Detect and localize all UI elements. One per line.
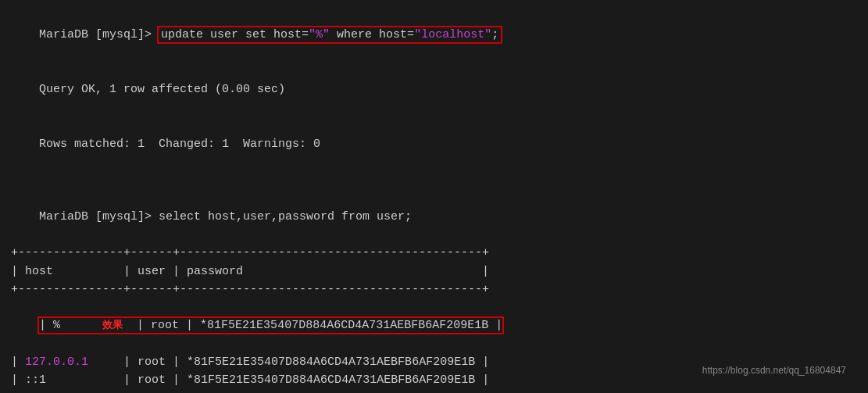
- cmd1-text: update user set host="%" where host="loc…: [161, 28, 498, 41]
- terminal: MariaDB [mysql]> update user set host="%…: [11, 8, 857, 385]
- row1-host: %: [53, 319, 60, 332]
- prompt-1: MariaDB [mysql]>: [39, 28, 159, 41]
- blank-line-1: [11, 171, 857, 189]
- cmd1-line: MariaDB [mysql]> update user set host="%…: [11, 8, 857, 63]
- table-row-1: | % 效果 | root | *81F5E21E35407D884A6CD4A…: [11, 298, 857, 353]
- cmd2-line: MariaDB [mysql]> select host,user,passwo…: [11, 190, 857, 245]
- row1-password: *81F5E21E35407D884A6CD4A731AEBFB6AF209E1…: [200, 319, 488, 332]
- row2-password: *81F5E21E35407D884A6CD4A731AEBFB6AF209E1…: [187, 355, 475, 369]
- row1-effect-label: 效果: [102, 319, 123, 330]
- result1-text: Query OK, 1 row affected (0.00 sec): [39, 83, 285, 96]
- query-ok-line: Query OK, 1 row affected (0.00 sec): [11, 63, 857, 117]
- row3-password: *81F5E21E35407D884A6CD4A731AEBFB6AF209E1…: [187, 373, 475, 387]
- cmd1-box: update user set host="%" where host="loc…: [159, 27, 501, 42]
- cmd2-text: select host,user,password from user;: [159, 210, 412, 223]
- prompt-2: MariaDB [mysql]>: [39, 210, 159, 223]
- table-divider-top: +---------------+------+----------------…: [11, 244, 857, 262]
- row2-host: 127.0.0.1: [25, 355, 88, 369]
- table-header: | host | user | password |: [11, 263, 857, 280]
- from-keyword: from: [341, 210, 370, 223]
- row2-user: root: [138, 355, 166, 369]
- table-divider-mid: +---------------+------+----------------…: [11, 280, 857, 298]
- row3-user: root: [138, 373, 166, 387]
- table-divider-bot: +---------------+------+----------------…: [11, 389, 857, 393]
- row3-host: ::1: [25, 373, 46, 387]
- result2-text: Rows matched: 1 Changed: 1 Warnings: 0: [39, 138, 320, 151]
- rows-matched-line: Rows matched: 1 Changed: 1 Warnings: 0: [11, 117, 857, 172]
- watermark: https://blog.csdn.net/qq_16804847: [702, 365, 846, 376]
- row1-user: root: [151, 319, 179, 332]
